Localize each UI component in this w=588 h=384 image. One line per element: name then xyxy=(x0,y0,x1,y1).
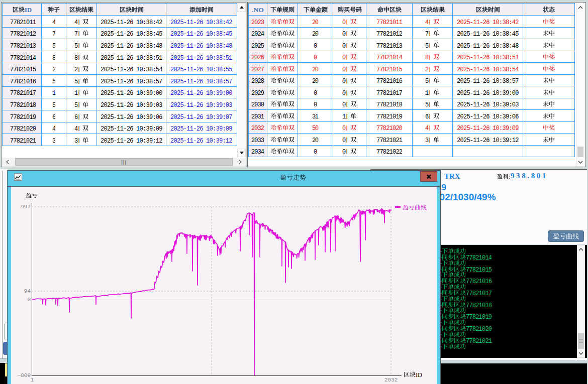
svg-text:0: 0 xyxy=(314,101,317,107)
svg-text:0: 0 xyxy=(314,149,317,154)
svg-text:7: 7 xyxy=(52,31,56,36)
svg-text:2033: 2033 xyxy=(251,137,264,142)
svg-text:4|: 4| xyxy=(74,19,81,24)
svg-text:2024: 2024 xyxy=(251,31,264,36)
svg-text:0|: 0| xyxy=(342,137,349,142)
svg-text:77821012: 77821012 xyxy=(376,31,403,36)
svg-text:2025-11-26 10:39:03: 2025-11-26 10:39:03 xyxy=(101,101,163,107)
svg-text:77821014: 77821014 xyxy=(376,54,403,60)
svg-text:77821021: 77821021 xyxy=(376,137,403,142)
svg-text:2025-11-26 10:38:51: 2025-11-26 10:38:51 xyxy=(101,54,163,60)
svg-text:5: 5 xyxy=(52,101,56,107)
svg-text:77821022: 77821022 xyxy=(376,149,403,154)
svg-text:77821016: 77821016 xyxy=(10,78,36,83)
svg-text:0|: 0| xyxy=(342,31,349,36)
svg-text:0|: 0| xyxy=(342,66,349,71)
svg-text:77821016: 77821016 xyxy=(466,278,492,284)
svg-text:77821016: 77821016 xyxy=(376,78,403,83)
svg-text:2025-11-26 10:38:45: 2025-11-26 10:38:45 xyxy=(170,31,233,36)
svg-text:6: 6 xyxy=(52,113,56,119)
svg-text:7|: 7| xyxy=(425,31,432,36)
svg-text:1|: 1| xyxy=(74,90,81,95)
svg-text:77821015: 77821015 xyxy=(10,66,36,72)
svg-text:2025-11-26 10:39:06: 2025-11-26 10:39:06 xyxy=(101,113,163,119)
svg-text:77821015: 77821015 xyxy=(466,266,492,272)
svg-text:77821019: 77821019 xyxy=(10,113,36,119)
svg-text:50: 50 xyxy=(312,125,319,131)
svg-text:2025-11-26 10:39:00: 2025-11-26 10:39:00 xyxy=(101,90,163,95)
svg-text:77821015: 77821015 xyxy=(376,66,403,71)
svg-text:5|: 5| xyxy=(74,101,81,107)
svg-text:5|: 5| xyxy=(425,101,432,107)
svg-text:2025-11-26 10:39:03: 2025-11-26 10:39:03 xyxy=(170,101,233,107)
svg-text:2030: 2030 xyxy=(251,101,264,107)
svg-text:5: 5 xyxy=(52,42,56,48)
svg-text:0: 0 xyxy=(314,54,317,60)
svg-text:1|: 1| xyxy=(342,113,349,118)
svg-text:7|: 7| xyxy=(74,31,81,36)
svg-text:8|: 8| xyxy=(74,54,81,60)
svg-text:77821011: 77821011 xyxy=(10,19,36,24)
svg-text:2025-11-26 10:38:57: 2025-11-26 10:38:57 xyxy=(170,78,233,83)
svg-text:2025-11-26 10:38:54: 2025-11-26 10:38:54 xyxy=(457,66,519,71)
svg-text:2031: 2031 xyxy=(251,113,264,118)
svg-text:ID: ID xyxy=(25,7,32,13)
svg-text:0|: 0| xyxy=(342,78,349,83)
svg-text:ID: ID xyxy=(416,371,422,377)
svg-text:77821018: 77821018 xyxy=(10,101,36,107)
svg-text:2|: 2| xyxy=(425,66,432,71)
svg-text:2025-11-26 10:39:06: 2025-11-26 10:39:06 xyxy=(457,113,519,118)
svg-text:31: 31 xyxy=(312,113,319,118)
svg-text:4|: 4| xyxy=(425,19,432,24)
svg-text:2025-11-26 10:39:03: 2025-11-26 10:39:03 xyxy=(457,101,519,107)
svg-text:2025-11-26 10:39:09: 2025-11-26 10:39:09 xyxy=(170,125,233,131)
svg-text:2025-11-26 10:38:51: 2025-11-26 10:38:51 xyxy=(457,54,519,60)
svg-text:0: 0 xyxy=(314,42,317,48)
svg-text:20: 20 xyxy=(312,66,319,71)
svg-text:2025-11-26 10:39:00: 2025-11-26 10:39:00 xyxy=(170,90,233,95)
svg-text:6|: 6| xyxy=(74,113,81,119)
svg-text:2025-11-26 10:38:42: 2025-11-26 10:38:42 xyxy=(457,19,519,24)
svg-text:2025-11-26 10:38:54: 2025-11-26 10:38:54 xyxy=(101,66,163,72)
svg-text:0|: 0| xyxy=(342,89,349,95)
svg-text:77821017: 77821017 xyxy=(466,290,492,295)
svg-text:77821012: 77821012 xyxy=(10,31,36,36)
svg-text:2025-11-26 10:38:51: 2025-11-26 10:38:51 xyxy=(170,54,233,60)
svg-text:2025-11-26 10:39:12: 2025-11-26 10:39:12 xyxy=(170,137,233,143)
svg-text:.NO: .NO xyxy=(252,7,264,13)
svg-text:2: 2 xyxy=(52,66,56,72)
svg-text:20: 20 xyxy=(312,31,319,36)
svg-text:4|: 4| xyxy=(74,125,81,131)
svg-text:2023: 2023 xyxy=(251,19,264,24)
svg-text:2025-11-26 10:38:42: 2025-11-26 10:38:42 xyxy=(170,19,233,24)
svg-text:2025-11-26 10:38:55: 2025-11-26 10:38:55 xyxy=(170,66,233,72)
svg-text:2025-11-26 10:39:09: 2025-11-26 10:39:09 xyxy=(457,125,519,131)
svg-text:8|: 8| xyxy=(425,54,432,60)
svg-text:77821014: 77821014 xyxy=(466,254,492,260)
svg-text:5: 5 xyxy=(52,78,56,83)
svg-text:20: 20 xyxy=(312,19,319,24)
svg-text:77821017: 77821017 xyxy=(376,89,403,95)
svg-text::: : xyxy=(508,174,510,179)
svg-text:0|: 0| xyxy=(342,54,349,60)
svg-text:2025-11-26 10:39:12: 2025-11-26 10:39:12 xyxy=(101,137,163,143)
svg-text:2025-11-26 10:39:09: 2025-11-26 10:39:09 xyxy=(101,125,163,131)
svg-text:0|: 0| xyxy=(342,101,349,107)
svg-text:77821014: 77821014 xyxy=(10,54,36,60)
svg-text:77821021: 77821021 xyxy=(466,337,492,343)
svg-text:5|: 5| xyxy=(74,78,81,83)
svg-text:2025-11-26 10:39:12: 2025-11-26 10:39:12 xyxy=(457,137,519,142)
svg-text:4: 4 xyxy=(52,125,56,131)
svg-text:77821019: 77821019 xyxy=(466,314,492,319)
svg-text:77821018: 77821018 xyxy=(376,101,403,107)
svg-text:5|: 5| xyxy=(74,42,81,48)
svg-text:77821020: 77821020 xyxy=(376,125,403,131)
svg-text:2027: 2027 xyxy=(251,66,264,71)
svg-text:3|: 3| xyxy=(74,137,81,143)
svg-text:2025-11-26 10:38:42: 2025-11-26 10:38:42 xyxy=(101,19,163,24)
svg-text:77821019: 77821019 xyxy=(376,113,403,118)
svg-text:4|: 4| xyxy=(425,125,432,131)
svg-text:2032: 2032 xyxy=(251,125,264,131)
svg-text:2025-11-26 10:38:48: 2025-11-26 10:38:48 xyxy=(170,42,233,48)
svg-text:2029: 2029 xyxy=(251,89,264,95)
